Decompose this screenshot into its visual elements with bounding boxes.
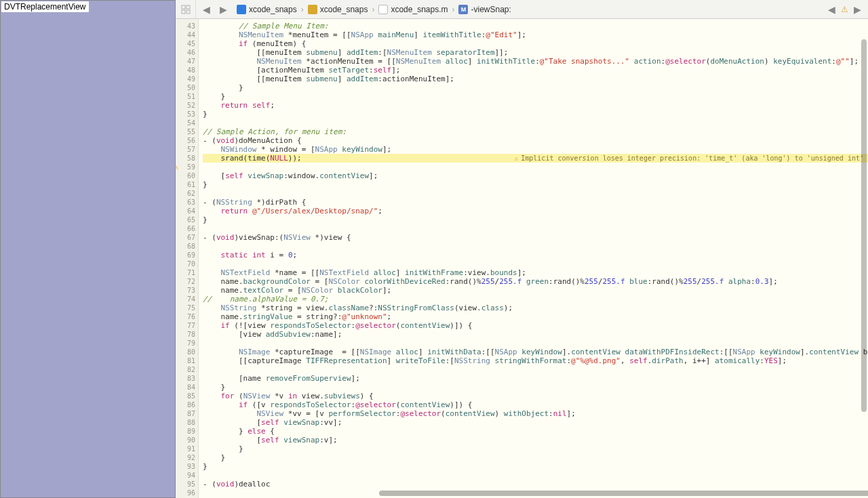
code-line[interactable]: // Sample Action, for menu item: xyxy=(203,127,868,136)
code-line[interactable]: - (void)dealloc xyxy=(203,480,868,489)
line-number: 90 xyxy=(176,436,195,444)
breadcrumb-icon: M xyxy=(458,5,468,14)
code-line[interactable]: static int i = 0; xyxy=(203,251,868,260)
code-line[interactable]: [self viewSnap:window.contentView]; xyxy=(203,171,868,180)
line-number: 96 xyxy=(176,489,195,497)
line-number: 55 xyxy=(176,127,195,136)
related-items-button[interactable] xyxy=(176,0,196,18)
code-line[interactable]: return @"/Users/alex/Desktop/snap/"; xyxy=(203,207,868,215)
line-number: 89 xyxy=(176,427,195,436)
code-line[interactable] xyxy=(203,365,868,374)
line-number: 52 xyxy=(176,101,195,110)
code-line[interactable]: } xyxy=(203,92,868,101)
code-line[interactable] xyxy=(203,119,868,127)
line-number: 86 xyxy=(176,400,195,409)
code-line[interactable] xyxy=(203,471,868,480)
code-line[interactable]: - (void)doMenuAction { xyxy=(203,136,868,145)
code-line[interactable] xyxy=(203,163,868,171)
breadcrumb-segment[interactable]: xcode_snaps xyxy=(320,5,368,14)
code-line[interactable]: // name.alphaValue = 0.7; xyxy=(203,295,868,304)
breadcrumb-segment[interactable]: -viewSnap: xyxy=(471,5,511,14)
nav-arrows: ◀ ▶ xyxy=(196,4,234,15)
code-line[interactable] xyxy=(203,339,868,348)
vertical-scrollbar[interactable] xyxy=(861,39,867,412)
nav-back-button[interactable]: ◀ xyxy=(200,4,213,15)
code-line[interactable]: [[menuItem submenu] addItem:[NSMenuItem … xyxy=(203,48,868,57)
code-line[interactable]: } xyxy=(203,453,868,462)
code-line[interactable]: NSTextField *name = [[NSTextField alloc]… xyxy=(203,268,868,277)
code-line[interactable]: NSWindow * window = [NSApp keyWindow]; xyxy=(203,145,868,154)
line-number: 58 xyxy=(176,154,195,163)
line-number: 95 xyxy=(176,480,195,489)
line-number: 94 xyxy=(176,471,195,480)
code-line[interactable]: NSMenuItem *actionMenuItem = [[NSMenuIte… xyxy=(203,57,868,66)
nav-forward-button[interactable]: ▶ xyxy=(217,4,230,15)
code-line[interactable]: for (NSView *v in view.subviews) { xyxy=(203,392,868,400)
code-line[interactable]: NSMenuItem *menuItem = [[NSApp mainMenu]… xyxy=(203,30,868,39)
code-line[interactable]: if (menuItem) { xyxy=(203,39,868,48)
line-number: 81 xyxy=(176,356,195,365)
code-line[interactable]: } xyxy=(203,462,868,471)
code-editor[interactable]: 4344454647484950515253545556575859⚠60616… xyxy=(176,19,868,498)
inline-warning[interactable]: ⚠Implicit conversion loses integer preci… xyxy=(510,154,868,163)
line-number: 47 xyxy=(176,57,195,66)
code-line[interactable]: } xyxy=(203,383,868,392)
code-line[interactable]: } xyxy=(203,444,868,453)
code-line[interactable]: } xyxy=(203,83,868,92)
line-number: 80 xyxy=(176,348,195,356)
line-number: 61 xyxy=(176,180,195,189)
line-number: 54 xyxy=(176,119,195,127)
line-number: 44 xyxy=(176,30,195,39)
navigator-pane[interactable]: DVTReplacementView xyxy=(0,0,176,498)
breadcrumb-icon xyxy=(237,5,246,14)
line-number: 57 xyxy=(176,145,195,154)
line-number: 64 xyxy=(176,207,195,215)
code-line[interactable]: [self viewSnap:v]; xyxy=(203,436,868,444)
code-line[interactable]: } xyxy=(203,110,868,119)
code-line[interactable] xyxy=(203,260,868,268)
prev-issue-button[interactable]: ◀ xyxy=(825,4,838,15)
line-number: 77 xyxy=(176,321,195,330)
code-line[interactable]: name.textColor = [NSColor blackColor]; xyxy=(203,286,868,295)
horizontal-scrollbar[interactable] xyxy=(379,491,868,496)
line-number: 63 xyxy=(176,198,195,207)
code-line[interactable] xyxy=(203,242,868,251)
code-line[interactable] xyxy=(203,224,868,233)
code-line[interactable]: name.stringValue = string?:@"unknown"; xyxy=(203,312,868,321)
code-line[interactable]: [name removeFromSuperview]; xyxy=(203,374,868,383)
line-number: 74 xyxy=(176,295,195,304)
breadcrumb-segment[interactable]: xcode_snaps.m xyxy=(391,5,448,14)
line-number: 50 xyxy=(176,83,195,92)
warning-icon[interactable]: ⚠ xyxy=(841,5,848,14)
code-line[interactable] xyxy=(203,189,868,198)
line-number: 46 xyxy=(176,48,195,57)
code-line[interactable]: if (![view respondsToSelector:@selector(… xyxy=(203,321,868,330)
code-line[interactable]: return self; xyxy=(203,101,868,110)
code-line[interactable]: } xyxy=(203,215,868,224)
code-line[interactable]: [[menuItem submenu] addItem:actionMenuIt… xyxy=(203,75,868,83)
code-line[interactable]: NSImage *captureImage = [[NSImage alloc]… xyxy=(203,348,868,356)
code-line[interactable]: NSView *vv = [v performSelector:@selecto… xyxy=(203,409,868,418)
code-line[interactable]: - (void)viewSnap:(NSView *)view { xyxy=(203,233,868,242)
line-number: 75 xyxy=(176,304,195,312)
code-line[interactable]: [self viewSnap:vv]; xyxy=(203,418,868,427)
svg-rect-2 xyxy=(182,10,185,14)
jump-bar-right: ◀ ⚠ ▶ xyxy=(825,4,868,15)
code-line[interactable]: // Sample Menu Item: xyxy=(203,22,868,30)
code-line[interactable]: - (NSString *)dirPath { xyxy=(203,198,868,207)
code-line[interactable]: [actionMenuItem setTarget:self]; xyxy=(203,66,868,75)
line-number: 56 xyxy=(176,136,195,145)
code-line[interactable]: } else { xyxy=(203,427,868,436)
breadcrumb-icon xyxy=(308,5,317,14)
breadcrumb-segment[interactable]: xcode_snaps xyxy=(249,5,297,14)
code-content[interactable]: // Sample Menu Item: NSMenuItem *menuIte… xyxy=(199,19,868,498)
code-line[interactable]: NSString *string = view.className?:NSStr… xyxy=(203,304,868,312)
code-line[interactable]: } xyxy=(203,180,868,189)
editor-area: ◀ ▶ xcode_snaps›xcode_snaps›mxcode_snaps… xyxy=(176,0,868,498)
code-line[interactable]: name.backgroundColor = [NSColor colorWit… xyxy=(203,277,868,286)
line-number: 70 xyxy=(176,260,195,268)
code-line[interactable]: [[captureImage TIFFRepresentation] write… xyxy=(203,356,868,365)
code-line[interactable]: [view addSubview:name]; xyxy=(203,330,868,339)
next-issue-button[interactable]: ▶ xyxy=(851,4,864,15)
code-line[interactable]: if ([v respondsToSelector:@selector(cont… xyxy=(203,400,868,409)
